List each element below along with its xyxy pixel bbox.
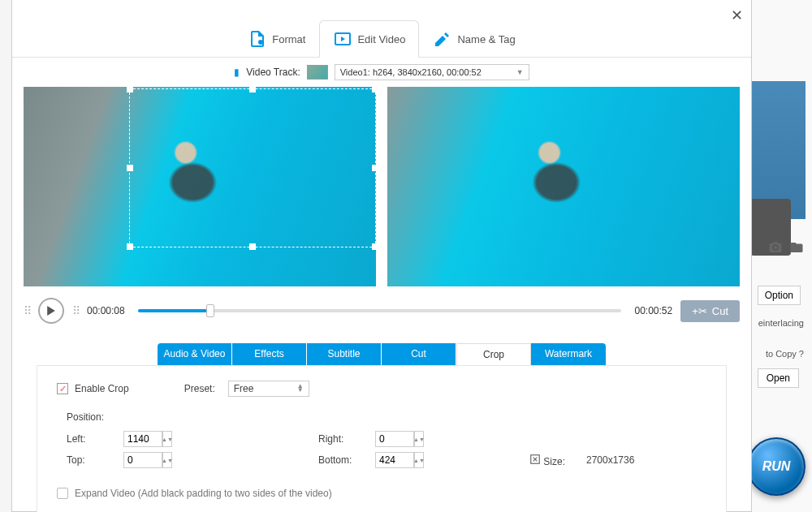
edit-tab-cut[interactable]: Cut [382,343,456,365]
bg-text-interlacing: einterlacing [758,318,804,328]
size-value: 2700x1736 [586,454,684,466]
tab-edit-label: Edit Video [357,33,405,45]
edit-tabs: Audio & Video Effects Subtitle Cut Crop … [12,343,751,365]
edit-tab-audio-video[interactable]: Audio & Video [158,343,232,365]
crop-rectangle[interactable] [129,88,376,247]
track-value: Video1: h264, 3840x2160, 00:00:52 [340,67,482,77]
tab-format[interactable]: Format [234,20,319,57]
timeline-slider[interactable] [138,309,622,312]
position-label: Position: [67,411,706,423]
right-input[interactable] [375,431,414,447]
open-button[interactable]: Open [758,368,799,388]
cut-button[interactable]: +✂Cut [680,300,740,322]
name-tag-icon [433,29,452,49]
bottom-input[interactable] [375,452,414,468]
left-input[interactable] [123,431,162,447]
preset-label: Preset: [184,383,215,394]
preset-select[interactable]: Free ▲▼ [228,381,309,397]
original-preview[interactable]: ▷ Original [24,87,376,286]
enable-crop-checkbox[interactable]: ✓ [57,383,68,394]
video-track-select[interactable]: Video1: h264, 3840x2160, 00:00:52 ▼ [335,64,529,80]
size-label: Size: [543,456,565,467]
camera-icon[interactable] [768,240,783,255]
expand-video-checkbox[interactable] [57,488,68,499]
tab-name-tag[interactable]: Name & Tag [419,20,529,57]
bottom-spinner[interactable]: ▲▼ [414,452,424,468]
folder-open-icon[interactable] [789,240,804,255]
bottom-label: Bottom: [318,454,367,466]
expand-video-label: Expand Video (Add black padding to two s… [75,488,332,499]
video-track-label: Video Track: [246,67,300,78]
enable-crop-label: Enable Crop [75,383,129,394]
track-thumb [307,65,328,80]
bg-video-thumb [749,81,806,219]
option-button[interactable]: Option [758,286,801,305]
frame-back-icon[interactable]: ⠿ [24,308,30,314]
play-button[interactable] [38,298,64,324]
right-spinner[interactable]: ▲▼ [414,431,424,447]
format-icon [248,29,267,49]
right-label: Right: [318,433,367,445]
total-time: 00:00:52 [634,305,672,316]
edit-tab-crop[interactable]: Crop [456,343,531,365]
run-button[interactable]: RUN [747,437,806,496]
edit-video-icon [333,29,352,49]
frame-fwd-icon[interactable]: ⠿ [72,308,79,314]
slider-thumb[interactable] [206,304,214,317]
top-spinner[interactable]: ▲▼ [162,452,172,468]
tab-name-label: Name & Tag [457,33,515,45]
top-input[interactable] [123,452,162,468]
top-label: Top: [67,454,115,466]
edit-tab-subtitle[interactable]: Subtitle [307,343,382,365]
left-label: Left: [67,433,115,445]
current-time: 00:00:08 [87,305,125,316]
edit-tab-watermark[interactable]: Watermark [531,343,606,365]
bg-text-copy: to Copy ? [766,349,804,359]
result-preview: Preview 🔍 [387,87,740,286]
size-icon [529,454,541,465]
tab-format-label: Format [272,33,305,45]
tab-edit-video[interactable]: Edit Video [319,20,419,58]
close-icon[interactable]: ✕ [731,6,743,24]
left-spinner[interactable]: ▲▼ [162,431,172,447]
edit-tab-effects[interactable]: Effects [232,343,307,365]
svg-point-0 [258,40,263,45]
